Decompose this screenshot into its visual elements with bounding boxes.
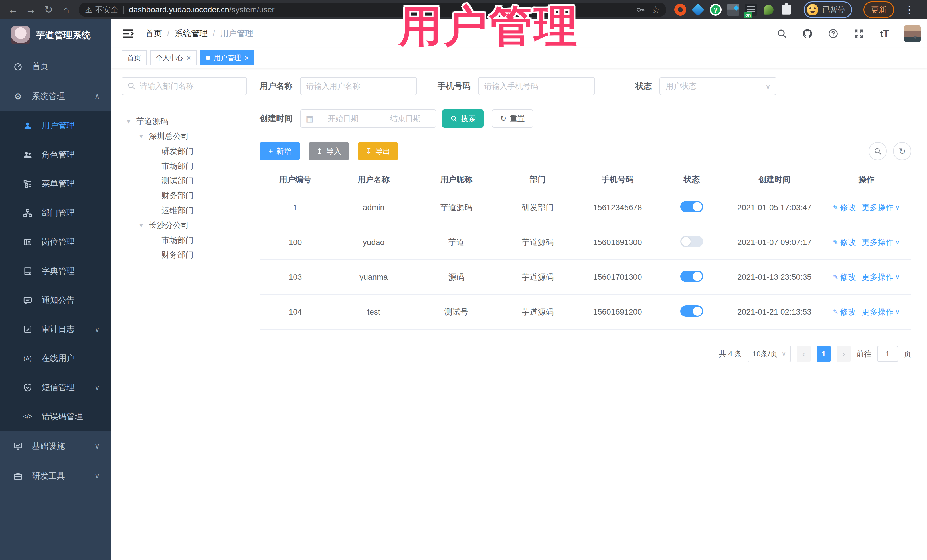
tree-node[interactable]: 运维部门 — [122, 203, 247, 218]
font-size-icon[interactable]: tT — [878, 27, 891, 40]
extension-gem-icon[interactable] — [692, 3, 705, 16]
tree-node[interactable]: 测试部门 — [122, 173, 247, 188]
reset-button[interactable]: ↻ 重置 — [492, 109, 533, 128]
bookmark-star-icon[interactable]: ☆ — [652, 4, 660, 15]
tree-node[interactable]: 财务部门 — [122, 188, 247, 203]
modify-link[interactable]: ✎修改 — [833, 307, 856, 317]
extension-orange-icon[interactable] — [674, 4, 686, 16]
tag-profile[interactable]: 个人中心 × — [150, 50, 196, 65]
tree-node[interactable]: 市场部门 — [122, 159, 247, 173]
sidebar-item-home[interactable]: 首页 — [0, 51, 111, 81]
sidebar-item-dict-mgmt[interactable]: 字典管理 — [0, 256, 111, 286]
users-table: 用户编号 用户名称 用户昵称 部门 手机号码 状态 创建时间 操作 1 — [260, 169, 911, 329]
status-select[interactable] — [660, 77, 777, 95]
extensions-puzzle-icon[interactable] — [781, 5, 791, 15]
user-avatar[interactable] — [904, 25, 921, 42]
next-page-button[interactable]: › — [837, 346, 851, 362]
app-logo-row[interactable]: 芋道管理系统 — [0, 20, 111, 51]
sidebar-item-role-mgmt[interactable]: 角色管理 — [0, 140, 111, 169]
browser-reload-icon[interactable]: ↻ — [41, 2, 56, 18]
browser-forward-icon[interactable]: → — [23, 2, 39, 18]
tree-node[interactable]: 财务部门 — [122, 247, 247, 262]
sidebar-item-online-users[interactable]: (A) 在线用户 — [0, 344, 111, 373]
pagination-total: 共 4 条 — [719, 349, 742, 359]
dept-search-input[interactable] — [122, 77, 247, 95]
status-toggle[interactable] — [680, 201, 703, 212]
status-toggle[interactable] — [680, 236, 703, 247]
more-actions-link[interactable]: 更多操作∨ — [862, 307, 900, 317]
export-button[interactable]: ↧ 导出 — [358, 142, 398, 160]
sidebar-fold-icon[interactable] — [122, 29, 134, 39]
close-icon[interactable]: × — [187, 54, 191, 62]
sidebar-item-dept-mgmt[interactable]: 部门管理 — [0, 199, 111, 228]
tree-node[interactable]: ▾长沙分公司 — [122, 218, 247, 233]
header-search-icon[interactable] — [775, 27, 788, 40]
goto-page-input[interactable] — [877, 346, 898, 362]
sidebar-item-audit-log[interactable]: 审计日志 ∨ — [0, 315, 111, 344]
sidebar-item-dev-tools[interactable]: 研发工具 ∨ — [0, 461, 111, 491]
page-size-value: 10条/页 — [752, 349, 778, 359]
security-warning-icon[interactable]: ⚠ — [85, 5, 92, 15]
prev-page-button[interactable]: ‹ — [797, 346, 811, 362]
more-actions-link[interactable]: 更多操作∨ — [862, 202, 900, 213]
edit-icon: ✎ — [833, 308, 838, 316]
browser-back-icon[interactable]: ← — [5, 2, 21, 18]
tree-caret-icon[interactable]: ▾ — [137, 221, 145, 229]
avatar-caret-icon[interactable]: ▾ — [913, 33, 917, 41]
add-button[interactable]: + 新增 — [260, 142, 300, 160]
browser-menu-icon[interactable]: ⋮ — [904, 4, 914, 15]
extension-grid-icon[interactable] — [727, 4, 739, 16]
refresh-icon: ↻ — [500, 114, 506, 123]
modify-link[interactable]: ✎修改 — [833, 272, 856, 282]
modify-link[interactable]: ✎修改 — [833, 202, 856, 213]
modify-link[interactable]: ✎修改 — [833, 237, 856, 248]
close-icon[interactable]: × — [245, 54, 249, 62]
tree-node[interactable]: 市场部门 — [122, 233, 247, 247]
username-input[interactable] — [300, 77, 417, 95]
breadcrumb-system[interactable]: 系统管理 — [175, 28, 208, 39]
tree-caret-icon[interactable]: ▾ — [125, 117, 132, 126]
extension-green-icon[interactable]: y — [710, 4, 722, 16]
tree-node[interactable]: ▾芋道源码 — [122, 114, 247, 129]
sidebar-item-menu-mgmt[interactable]: 菜单管理 — [0, 169, 111, 199]
mobile-input[interactable] — [478, 77, 595, 95]
help-icon[interactable] — [827, 27, 839, 40]
sidebar-item-notice[interactable]: 通知公告 — [0, 286, 111, 315]
tag-user-mgmt[interactable]: 用户管理 × — [200, 50, 254, 65]
table-row: 100 yudao 芋道 芋道源码 15601691300 2021-01-07… — [260, 225, 911, 260]
status-toggle[interactable] — [680, 270, 703, 282]
chevron-down-icon: ∨ — [94, 442, 100, 451]
search-button[interactable]: 搜索 — [442, 109, 484, 128]
extension-list-icon[interactable]: on — [745, 4, 757, 16]
page-size-select[interactable]: 10条/页 ∨ — [748, 346, 791, 362]
browser-update-button[interactable]: 更新 — [863, 2, 894, 18]
sidebar-item-system[interactable]: ⚙ 系统管理 ∧ — [0, 81, 111, 111]
sidebar-item-errcode-mgmt[interactable]: </> 错误码管理 — [0, 402, 111, 431]
tree-node[interactable]: ▾深圳总公司 — [122, 129, 247, 144]
sidebar-item-infra[interactable]: 基础设施 ∨ — [0, 431, 111, 461]
cell-username: yuanma — [331, 260, 416, 294]
sidebar-item-user-mgmt[interactable]: 用户管理 — [0, 111, 111, 140]
tag-home[interactable]: 首页 — [122, 50, 147, 65]
extension-leaf-icon[interactable] — [764, 5, 774, 15]
tree-caret-icon[interactable]: ▾ — [137, 132, 145, 140]
breadcrumb-home[interactable]: 首页 — [146, 28, 162, 39]
current-page[interactable]: 1 — [817, 346, 831, 362]
table-refresh-button[interactable]: ↻ — [893, 142, 911, 160]
more-actions-link[interactable]: 更多操作∨ — [862, 237, 900, 248]
more-actions-link[interactable]: 更多操作∨ — [862, 272, 900, 282]
browser-home-icon[interactable]: ⌂ — [58, 2, 74, 18]
tree-node-label: 市场部门 — [161, 235, 193, 246]
fullscreen-icon[interactable] — [853, 27, 865, 40]
github-icon[interactable] — [801, 27, 814, 40]
table-search-toggle-button[interactable] — [869, 142, 887, 160]
tree-node[interactable]: 研发部门 — [122, 144, 247, 159]
date-range-picker[interactable]: ▦ 开始日期 - 结束日期 — [300, 109, 436, 128]
status-toggle[interactable] — [680, 305, 703, 317]
key-icon[interactable] — [635, 5, 645, 15]
sidebar-item-sms-mgmt[interactable]: 短信管理 ∨ — [0, 373, 111, 402]
profile-paused-chip[interactable]: 已暂停 — [804, 2, 852, 18]
sidebar-item-post-mgmt[interactable]: 岗位管理 — [0, 228, 111, 256]
import-button[interactable]: ↥ 导入 — [308, 142, 349, 160]
status-label: 状态 — [635, 80, 652, 92]
